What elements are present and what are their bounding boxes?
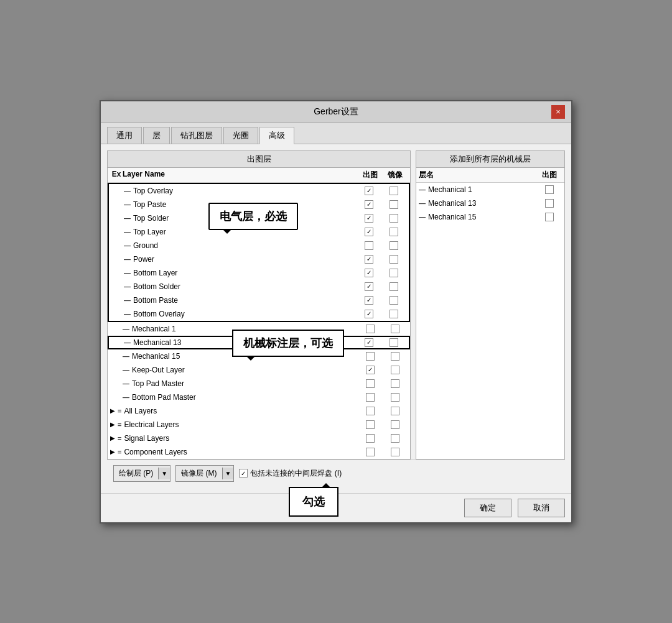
- dialog-title: Gerber设置: [121, 106, 551, 118]
- plot-layers-dropdown[interactable]: 绘制层 (P) ▼: [113, 465, 170, 482]
- list-item: ▶ =Component Layers: [108, 445, 410, 459]
- plot-checkbox[interactable]: [365, 255, 373, 264]
- include-label: 包括未连接的中间层焊盘 (I): [250, 468, 342, 479]
- plot-checkbox[interactable]: [365, 228, 373, 236]
- dropdown-arrow-icon[interactable]: ▼: [222, 468, 234, 479]
- mirror-checkbox[interactable]: [390, 282, 398, 291]
- mirror-checkbox[interactable]: [390, 338, 398, 347]
- list-item: —Bottom Layer: [109, 266, 409, 280]
- plot-checkbox[interactable]: [365, 214, 373, 223]
- plot-checkbox[interactable]: [365, 310, 373, 318]
- expand-icon[interactable]: ▶: [110, 407, 115, 414]
- dropdown-arrow-icon[interactable]: ▼: [158, 468, 170, 479]
- list-item: ▶ =Signal Layers: [108, 431, 410, 445]
- mirror-checkbox[interactable]: [391, 352, 399, 361]
- mirror-checkbox[interactable]: [391, 393, 399, 402]
- bottom-bar: 绘制层 (P) ▼ 镜像层 (M) ▼ ✓ 包括未连接的中间层焊盘 (I) 勾选: [107, 459, 565, 487]
- list-item: ▶ =Electrical Layers: [108, 418, 410, 431]
- right-plot-checkbox[interactable]: [545, 199, 554, 208]
- left-panel: 出图层 Ex Layer Name 出图 镜像 电气层，必选: [107, 150, 411, 459]
- list-item: —Ground: [109, 239, 409, 252]
- left-panel-header: 出图层: [108, 151, 410, 168]
- mirror-checkbox[interactable]: [390, 214, 398, 223]
- ok-button[interactable]: 确定: [464, 499, 511, 517]
- right-col-plot: 出图: [537, 170, 562, 180]
- plot-checkbox[interactable]: [366, 434, 375, 443]
- mirror-checkbox[interactable]: [391, 420, 399, 429]
- mirror-checkbox[interactable]: [391, 379, 399, 388]
- plot-checkbox[interactable]: [366, 366, 375, 374]
- col-layer-name: Layer Name: [123, 170, 358, 180]
- list-item: —Top Pad Master: [108, 377, 410, 390]
- mirror-checkbox[interactable]: [390, 310, 398, 318]
- mirror-checkbox[interactable]: [391, 448, 399, 456]
- tab-drill[interactable]: 钻孔图层: [171, 127, 222, 144]
- layer-list: 电气层，必选 —Top Overlay —Top Paste: [108, 183, 410, 459]
- mirror-checkbox[interactable]: [391, 325, 399, 333]
- plot-checkbox[interactable]: [365, 338, 373, 347]
- list-item: —Top Overlay: [109, 184, 409, 198]
- plot-checkbox[interactable]: [365, 187, 373, 195]
- plot-checkbox[interactable]: [365, 200, 373, 209]
- list-item: —Mechanical 15: [416, 210, 564, 224]
- mirror-layers-dropdown[interactable]: 镜像层 (M) ▼: [175, 465, 234, 482]
- gou-tooltip: 勾选: [289, 487, 338, 517]
- mirror-checkbox[interactable]: [390, 228, 398, 236]
- mirror-checkbox[interactable]: [390, 187, 398, 195]
- tab-aperture[interactable]: 光圈: [223, 127, 258, 144]
- mirror-checkbox[interactable]: [391, 407, 399, 415]
- right-plot-checkbox[interactable]: [545, 213, 554, 221]
- list-item: —Mechanical 1: [416, 183, 564, 196]
- include-checkbox-row: ✓ 包括未连接的中间层焊盘 (I): [239, 468, 342, 479]
- tab-advanced[interactable]: 高级: [259, 127, 294, 144]
- plot-checkbox[interactable]: [365, 269, 373, 277]
- col-mirror: 镜像: [383, 170, 408, 180]
- mirror-checkbox[interactable]: [390, 241, 398, 250]
- elec-tooltip: 电气层，必选: [208, 203, 298, 230]
- main-content: 出图层 Ex Layer Name 出图 镜像 电气层，必选: [101, 144, 571, 493]
- mirror-checkbox[interactable]: [390, 255, 398, 264]
- list-item: —Bottom Paste: [109, 293, 409, 307]
- cancel-button[interactable]: 取消: [518, 499, 565, 517]
- tab-general[interactable]: 通用: [107, 127, 142, 144]
- plot-checkbox[interactable]: [365, 241, 373, 250]
- plot-checkbox[interactable]: [365, 282, 373, 291]
- list-item: —Bottom Overlay: [109, 307, 409, 321]
- close-button[interactable]: ×: [551, 105, 565, 119]
- mirror-checkbox[interactable]: [391, 366, 399, 374]
- mirror-checkbox[interactable]: [390, 296, 398, 305]
- list-item: ▶ =All Layers: [108, 404, 410, 418]
- plot-checkbox[interactable]: [366, 379, 375, 388]
- right-col-headers: 层名 出图: [416, 168, 564, 183]
- expand-icon[interactable]: ▶: [110, 421, 115, 428]
- col-plot: 出图: [358, 170, 383, 180]
- right-plot-checkbox[interactable]: [545, 185, 554, 194]
- plot-checkbox[interactable]: [366, 393, 375, 402]
- right-panel-header: 添加到所有层的机械层: [416, 151, 564, 168]
- plot-checkbox[interactable]: [366, 407, 375, 415]
- tab-bar: 通用 层 钻孔图层 光圈 高级: [101, 123, 571, 144]
- list-item: —Bottom Solder: [109, 280, 409, 293]
- mirror-checkbox[interactable]: [391, 434, 399, 443]
- panels-container: 出图层 Ex Layer Name 出图 镜像 电气层，必选: [107, 150, 565, 459]
- plot-checkbox[interactable]: [366, 352, 375, 361]
- plot-checkbox[interactable]: [366, 448, 375, 456]
- plot-checkbox[interactable]: [366, 420, 375, 429]
- mirror-checkbox[interactable]: [390, 269, 398, 277]
- expand-icon[interactable]: ▶: [110, 448, 115, 455]
- right-layer-list: —Mechanical 1 —Mechanical 13 —Mechanical…: [416, 183, 564, 224]
- right-panel: 添加到所有层的机械层 层名 出图 —Mechanical 1 —Mechanic…: [416, 150, 565, 459]
- plot-checkbox[interactable]: [365, 296, 373, 305]
- mirror-checkbox[interactable]: [390, 200, 398, 209]
- plot-checkbox[interactable]: [366, 325, 375, 333]
- tab-layers[interactable]: 层: [143, 127, 170, 144]
- gerber-dialog: Gerber设置 × 通用 层 钻孔图层 光圈 高级 出图层 Ex Layer …: [100, 100, 572, 524]
- col-ex: Ex: [110, 170, 123, 180]
- include-checkbox[interactable]: ✓: [239, 469, 248, 478]
- list-item: —Mechanical 13: [416, 196, 564, 210]
- list-item: —Bottom Pad Master: [108, 390, 410, 404]
- mech-tooltip: 机械标注层，可选: [232, 330, 344, 357]
- list-item: —Power: [109, 252, 409, 266]
- expand-icon[interactable]: ▶: [110, 435, 115, 441]
- left-col-headers: Ex Layer Name 出图 镜像: [108, 168, 410, 183]
